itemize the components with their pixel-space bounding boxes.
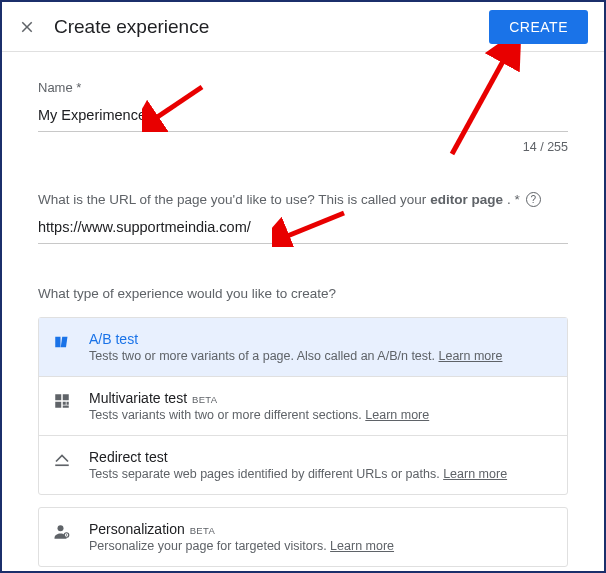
name-field-group: Name * 14 / 255 <box>38 80 568 154</box>
option-title-text: Redirect test <box>89 449 168 465</box>
url-label: What is the URL of the page you'd like t… <box>38 192 568 207</box>
url-label-text-pre: What is the URL of the page you'd like t… <box>38 192 426 207</box>
url-input[interactable] <box>38 213 568 244</box>
help-icon[interactable]: ? <box>526 192 541 207</box>
svg-rect-0 <box>55 337 60 348</box>
svg-rect-4 <box>55 402 61 408</box>
name-label: Name * <box>38 80 568 95</box>
option-desc-text: Personalize your page for targeted visit… <box>89 539 327 553</box>
svg-rect-6 <box>67 402 69 405</box>
svg-rect-3 <box>63 394 69 400</box>
option-body: Multivariate test BETA Tests variants wi… <box>89 390 553 422</box>
option-title: Personalization BETA <box>89 521 553 537</box>
name-input[interactable] <box>38 101 568 132</box>
redirect-icon <box>53 451 71 469</box>
svg-point-11 <box>66 534 68 536</box>
option-multivariate[interactable]: Multivariate test BETA Tests variants wi… <box>39 377 567 436</box>
learn-more-link[interactable]: Learn more <box>439 349 503 363</box>
create-button[interactable]: CREATE <box>489 10 588 44</box>
svg-rect-2 <box>55 394 61 400</box>
option-desc: Tests separate web pages identified by d… <box>89 467 553 481</box>
type-heading: What type of experience would you like t… <box>38 286 568 301</box>
option-body: Personalization BETA Personalize your pa… <box>89 521 553 553</box>
option-redirect[interactable]: Redirect test Tests separate web pages i… <box>39 436 567 494</box>
option-body: A/B test Tests two or more variants of a… <box>89 331 553 363</box>
learn-more-link[interactable]: Learn more <box>365 408 429 422</box>
option-desc: Tests variants with two or more differen… <box>89 408 553 422</box>
option-title-text: Multivariate test <box>89 390 187 406</box>
option-title: Redirect test <box>89 449 553 465</box>
option-title-text: Personalization <box>89 521 185 537</box>
option-personalization[interactable]: Personalization BETA Personalize your pa… <box>38 507 568 567</box>
svg-rect-1 <box>61 337 68 348</box>
multivariate-icon <box>53 392 71 410</box>
type-option-list: A/B test Tests two or more variants of a… <box>38 317 568 495</box>
url-label-text-bold: editor page <box>430 192 503 207</box>
close-icon[interactable] <box>18 18 36 36</box>
ab-test-icon <box>53 333 71 351</box>
personalization-icon <box>53 523 71 541</box>
option-desc-text: Tests separate web pages identified by d… <box>89 467 440 481</box>
learn-more-link[interactable]: Learn more <box>443 467 507 481</box>
option-desc: Personalize your page for targeted visit… <box>89 539 553 553</box>
beta-badge: BETA <box>190 525 215 536</box>
option-desc-text: Tests variants with two or more differen… <box>89 408 362 422</box>
option-body: Redirect test Tests separate web pages i… <box>89 449 553 481</box>
option-desc-text: Tests two or more variants of a page. Al… <box>89 349 435 363</box>
url-label-text-post: . * <box>507 192 520 207</box>
dialog-header: Create experience CREATE <box>2 2 604 52</box>
name-char-counter: 14 / 255 <box>38 140 568 154</box>
option-ab-test[interactable]: A/B test Tests two or more variants of a… <box>39 318 567 377</box>
option-title: A/B test <box>89 331 553 347</box>
svg-point-9 <box>58 525 64 531</box>
learn-more-link[interactable]: Learn more <box>330 539 394 553</box>
dialog-content: Name * 14 / 255 What is the URL of the p… <box>2 52 604 567</box>
experience-type-section: What type of experience would you like t… <box>38 286 568 567</box>
dialog-title: Create experience <box>54 16 489 38</box>
option-title: Multivariate test BETA <box>89 390 553 406</box>
svg-rect-5 <box>63 402 66 405</box>
option-desc: Tests two or more variants of a page. Al… <box>89 349 553 363</box>
beta-badge: BETA <box>192 394 217 405</box>
option-title-text: A/B test <box>89 331 138 347</box>
svg-rect-7 <box>63 406 69 408</box>
url-field-group: What is the URL of the page you'd like t… <box>38 192 568 244</box>
